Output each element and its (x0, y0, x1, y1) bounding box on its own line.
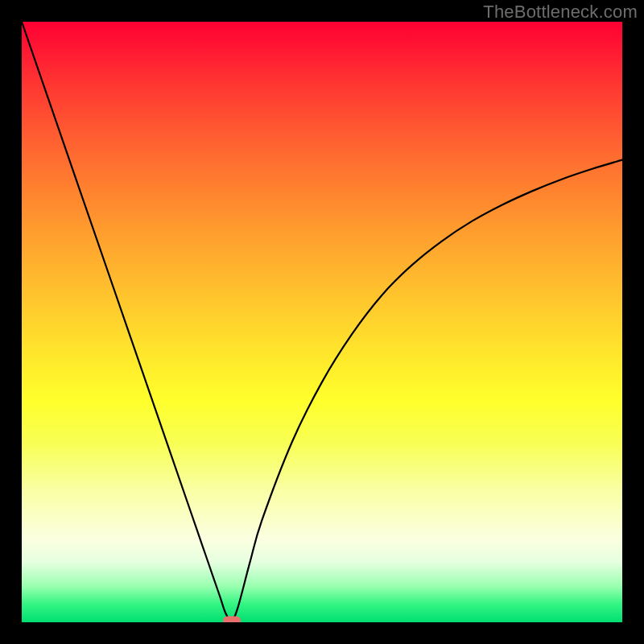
plot-area (22, 22, 622, 622)
minimum-marker (223, 616, 241, 622)
bottleneck-curve (22, 22, 622, 621)
curve-svg (22, 22, 622, 622)
chart-frame: TheBottleneck.com (0, 0, 644, 644)
watermark-text: TheBottleneck.com (483, 2, 638, 23)
